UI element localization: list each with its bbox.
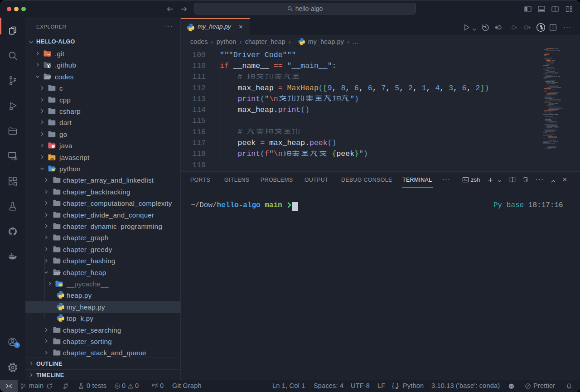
svg-text:JS: JS — [50, 157, 54, 160]
